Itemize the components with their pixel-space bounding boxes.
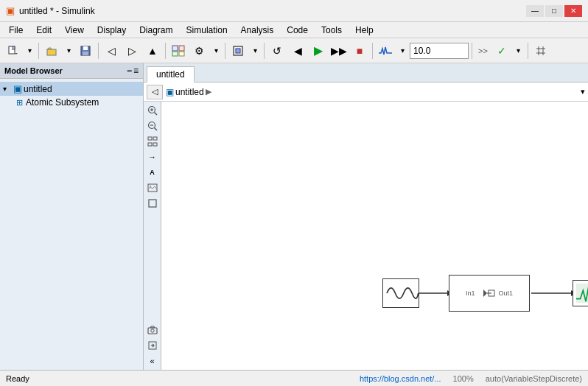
svg-rect-25	[148, 143, 152, 146]
new-button[interactable]	[3, 41, 22, 60]
image-button[interactable]	[145, 180, 160, 195]
breadcrumb-icon: ▣	[166, 87, 174, 97]
zoom-out-button[interactable]	[145, 119, 160, 133]
tree-item-subsystem[interactable]: ⊞ Atomic Subsystem	[0, 96, 143, 109]
scope-button[interactable]	[376, 41, 395, 60]
tree-icon-root: ▣	[13, 83, 22, 94]
breadcrumb-path: ▣ untitled ▶	[166, 87, 578, 97]
model-tree: ▾ ▣ untitled ⊞ Atomic Subsystem	[0, 79, 143, 112]
svg-line-21	[154, 128, 157, 131]
title-bar-controls: — □ ✕	[526, 5, 582, 17]
scope-dropdown[interactable]: ▾	[396, 41, 408, 60]
export-button[interactable]	[145, 338, 160, 353]
model-browser-pin[interactable]: −	[127, 66, 132, 76]
status-ready: Ready	[6, 374, 29, 383]
label-button[interactable]: A	[145, 165, 160, 180]
menu-display[interactable]: Display	[91, 24, 132, 37]
svg-rect-6	[172, 46, 178, 51]
svg-rect-30	[148, 328, 157, 334]
sep4	[225, 43, 225, 59]
title-bar: ▣ untitled * - Simulink — □ ✕	[0, 0, 588, 22]
subsystem-content-icon	[478, 286, 496, 301]
breadcrumb-bar: ◁ ▣ untitled ▶ ▾	[144, 83, 588, 102]
block-button[interactable]	[145, 196, 160, 211]
svg-rect-26	[153, 143, 157, 146]
canvas-tab-untitled[interactable]: untitled	[147, 66, 195, 83]
settings-dropdown[interactable]: ▾	[210, 41, 222, 60]
menu-code[interactable]: Code	[281, 24, 314, 37]
canvas-tabs: untitled	[144, 63, 588, 83]
status-solver: auto(VariableStepDiscrete)	[486, 374, 582, 383]
svg-rect-23	[148, 137, 152, 140]
library-button[interactable]	[169, 41, 188, 60]
menu-tools[interactable]: Tools	[315, 24, 348, 37]
tree-label-root: untitled	[24, 84, 52, 94]
pan-button[interactable]: →	[145, 150, 160, 164]
menu-help[interactable]: Help	[349, 24, 379, 37]
nav-prev-button[interactable]: ◁	[147, 85, 163, 99]
svg-rect-8	[172, 52, 178, 56]
redo-button[interactable]: ▷	[122, 41, 141, 60]
menu-file[interactable]: File	[3, 24, 29, 37]
maximize-button[interactable]: □	[545, 5, 563, 17]
toolbar-spacer: >>	[475, 46, 491, 55]
canvas[interactable]: In1 Out1	[161, 102, 588, 370]
stop-button[interactable]: ■	[350, 41, 369, 60]
status-bar-right: https://blog.csdn.net/... 100% auto(Vari…	[360, 374, 582, 383]
menu-view[interactable]: View	[59, 24, 90, 37]
undo-button[interactable]: ◁	[102, 41, 121, 60]
svg-rect-9	[179, 52, 184, 56]
main-content: Model Browser − ≡ ▾ ▣ untitled ⊞ Atomic …	[0, 63, 588, 370]
menu-diagram[interactable]: Diagram	[133, 24, 178, 37]
svg-line-17	[154, 113, 157, 116]
tree-label-subsystem: Atomic Subsystem	[26, 97, 99, 108]
minimize-button[interactable]: —	[526, 5, 544, 17]
tree-item-root[interactable]: ▾ ▣ untitled	[0, 82, 143, 96]
zoom-fit-button[interactable]	[228, 41, 248, 60]
step-fwd-button[interactable]: ▶▶	[329, 41, 349, 60]
save-button[interactable]	[76, 41, 95, 60]
up-button[interactable]: ▲	[143, 41, 162, 60]
zoom-in-button[interactable]	[145, 103, 160, 118]
model-browser: Model Browser − ≡ ▾ ▣ untitled ⊞ Atomic …	[0, 63, 144, 370]
menu-analysis[interactable]: Analysis	[235, 24, 280, 37]
menu-edit[interactable]: Edit	[30, 24, 57, 37]
model-browser-header-icons: − ≡	[127, 66, 139, 76]
svg-rect-29	[149, 200, 156, 207]
block-subsystem[interactable]: In1 Out1	[449, 275, 530, 312]
svg-rect-2	[47, 49, 56, 55]
restart-button[interactable]: ↺	[267, 41, 287, 60]
app-icon: ▣	[6, 5, 15, 16]
sim-time-input[interactable]: 10.0	[410, 43, 469, 59]
breadcrumb-dropdown[interactable]: ▾	[581, 87, 585, 96]
grid-button[interactable]	[531, 41, 550, 60]
svg-point-28	[149, 186, 150, 187]
camera-button[interactable]	[145, 323, 160, 337]
left-sidebar: → A «	[144, 102, 161, 370]
close-button[interactable]: ✕	[564, 5, 582, 17]
sep6	[372, 43, 373, 59]
sep1	[38, 43, 39, 59]
menu-simulation[interactable]: Simulation	[181, 24, 234, 37]
collapse-left-button[interactable]: «	[145, 354, 160, 368]
tree-arrow-root: ▾	[3, 85, 12, 93]
check-button[interactable]: ✓	[492, 41, 511, 60]
run-button[interactable]: ▶	[309, 41, 328, 60]
model-browser-menu[interactable]: ≡	[133, 66, 139, 76]
open-button[interactable]	[42, 41, 61, 60]
status-bar: Ready https://blog.csdn.net/... 100% aut…	[0, 370, 588, 386]
svg-point-31	[150, 329, 153, 332]
breadcrumb-root-label[interactable]: untitled	[175, 87, 204, 97]
block-sine[interactable]	[382, 278, 419, 308]
fit-view-button[interactable]	[145, 134, 160, 149]
new-dropdown[interactable]: ▾	[24, 41, 35, 60]
subsystem-out-port: Out1	[499, 290, 514, 297]
svg-rect-4	[83, 46, 88, 50]
check-dropdown[interactable]: ▾	[513, 41, 525, 60]
open-dropdown[interactable]: ▾	[63, 41, 74, 60]
block-scope[interactable]	[573, 280, 588, 306]
subsystem-inner: In1 Out1	[449, 276, 529, 311]
zoom-dropdown[interactable]: ▾	[249, 41, 261, 60]
settings-button[interactable]: ⚙	[189, 41, 209, 60]
step-back-button[interactable]: ◀	[288, 41, 307, 60]
